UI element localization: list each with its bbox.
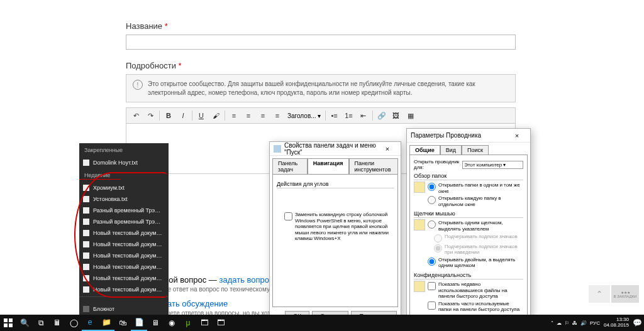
tray-volume-icon[interactable]: 🔊 <box>580 320 587 326</box>
link-button[interactable]: 🔗 <box>375 109 389 122</box>
ol-button[interactable]: 1≡ <box>342 109 356 122</box>
tray-network-icon[interactable]: 🖧 <box>572 320 577 326</box>
tab-taskbar[interactable]: Панель задач <box>272 158 308 174</box>
close-button[interactable]: × <box>378 143 397 155</box>
notepad-icon[interactable]: 📄 <box>131 315 147 331</box>
cortana-icon[interactable]: ◯ <box>65 315 82 331</box>
radio-same-window[interactable] <box>428 183 436 191</box>
jump-list-item[interactable]: Новый текстовый документ_1.txt <box>79 250 169 261</box>
radio-double-click-label: Открывать двойным, а выделять одним щелч… <box>438 257 523 269</box>
calculator-icon[interactable]: 🖩 <box>49 315 65 331</box>
privacy-warning-text: Это открытое сообщество. Для защиты ваше… <box>148 80 509 97</box>
details-label: Подробности * <box>126 61 516 70</box>
radio-underline-hover <box>434 244 442 252</box>
jump-list: Закрепленные Domolink Ноут.txt Недавние … <box>79 143 169 326</box>
strike-button[interactable]: 🖌 <box>209 109 223 122</box>
explorer-icon[interactable]: 📁 <box>98 315 114 331</box>
edge-icon[interactable]: e <box>82 315 98 331</box>
jump-list-recent-header: Недавние <box>79 168 169 182</box>
radio-separate-window[interactable] <box>428 196 436 204</box>
undo-button[interactable]: ↶ <box>129 109 143 122</box>
close-button[interactable]: × <box>508 130 526 141</box>
folder-icon <box>414 182 425 193</box>
align-center-button[interactable]: ≡ <box>242 109 255 122</box>
jump-list-item[interactable]: Устоновка.txt <box>79 193 169 205</box>
app-icon[interactable]: 🗔 <box>196 315 213 331</box>
powershell-checkbox[interactable] <box>284 212 292 220</box>
bookmark-widget[interactable]: ★★★В ЗАКЛАДКИ <box>611 285 639 303</box>
svg-rect-1 <box>9 318 13 322</box>
jump-list-item[interactable]: Новый текстовый документ_6.txt <box>79 227 169 239</box>
ul-button[interactable]: •≡ <box>328 109 341 122</box>
privacy-warning: ! Это открытое сообщество. Для защиты ва… <box>126 74 516 102</box>
tray-lang[interactable]: РУС <box>590 320 600 326</box>
title-input[interactable] <box>126 35 516 50</box>
torrent-icon[interactable]: μ <box>180 315 196 331</box>
redo-button[interactable]: ↷ <box>143 109 157 122</box>
tab-search[interactable]: Поиск <box>462 145 489 155</box>
tray-onedrive-icon[interactable]: ☁ <box>557 320 562 326</box>
group-click: Щелчки мышью <box>414 210 523 218</box>
radio-underline-ie-label: Подчеркивать подписи значков <box>445 234 518 240</box>
checkbox-recent-files[interactable] <box>428 282 436 290</box>
jump-list-item[interactable]: Новый текстовый документ (3).txt <box>79 273 169 284</box>
jump-list-item[interactable]: Новый текстовый документ (2)_1.t... <box>79 284 169 295</box>
jump-list-item[interactable]: Domolink Ноут.txt <box>79 157 169 168</box>
tab-toolbars[interactable]: Панели инструментов <box>349 158 398 174</box>
dialog-title: Свойства панели задач и меню "Пуск" <box>284 142 378 156</box>
info-icon: ! <box>133 80 143 90</box>
underline-button[interactable]: U <box>194 109 208 122</box>
system-tray: ˄ ☁ ⚐ 🖧 🔊 РУС <box>551 320 600 326</box>
align-right-button[interactable]: ≡ <box>256 109 270 122</box>
jump-list-item[interactable]: Новый текстовый документ_2.txt <box>79 239 169 250</box>
powershell-checkbox-label: Заменить командную строку оболочкой Wind… <box>295 212 394 242</box>
table-button[interactable]: ▦ <box>404 109 418 122</box>
powershell-checkbox-row[interactable]: Заменить командную строку оболочкой Wind… <box>277 211 394 242</box>
open-in-select[interactable]: Этот компьютер ▾ <box>462 161 523 169</box>
notifications-icon[interactable]: 💬 <box>633 315 641 331</box>
jump-list-app[interactable]: Блокнот <box>79 303 169 315</box>
tray-defender-icon[interactable]: ⚐ <box>565 320 569 326</box>
outdent-button[interactable]: ⇤ <box>357 109 370 122</box>
checkbox-frequent-folders[interactable] <box>428 301 436 310</box>
tray-up-icon[interactable]: ˄ <box>551 320 553 326</box>
tab-general[interactable]: Общие <box>409 145 440 155</box>
dialog-icon <box>274 145 281 153</box>
svg-rect-0 <box>4 318 8 322</box>
taskbar: 🔍 ⧉ 🖩 ◯ e 📁 🛍 📄 🖥 ◉ μ 🗔 🗔 ˄ ☁ ⚐ 🖧 🔊 РУС … <box>0 315 644 331</box>
jump-list-item[interactable]: Разный временный Трэш (2).txt <box>79 216 169 227</box>
align-left-button[interactable]: ≡ <box>227 109 241 122</box>
cursor-icon <box>414 219 425 231</box>
taskbar-clock[interactable]: 13:30 04.08.2015 <box>604 317 629 328</box>
control-panel-icon[interactable]: 🖥 <box>147 315 164 331</box>
bold-button[interactable]: B <box>162 109 175 122</box>
image-button[interactable]: 🖼 <box>389 109 403 122</box>
chrome-icon[interactable]: ◉ <box>164 315 180 331</box>
open-in-label: Открыть проводник для: <box>414 159 460 170</box>
ask-question-link[interactable]: задать вопрос <box>219 275 273 285</box>
group-privacy: Конфиденциальность <box>414 272 523 279</box>
store-icon[interactable]: 🛍 <box>114 315 131 331</box>
tab-view[interactable]: Вид <box>440 145 462 155</box>
search-icon[interactable]: 🔍 <box>16 315 33 331</box>
start-button[interactable] <box>0 315 16 331</box>
group-browse: Обзор папок <box>414 173 523 180</box>
radio-single-click[interactable] <box>428 220 436 229</box>
jump-list-item[interactable]: Новый текстовый документ (4).txt <box>79 261 169 273</box>
privacy-icon <box>414 281 425 292</box>
radio-double-click[interactable] <box>428 258 436 266</box>
dialog-title: Параметры Проводника <box>411 132 508 139</box>
italic-button[interactable]: I <box>176 109 190 122</box>
app-icon-2[interactable]: 🗔 <box>213 315 229 331</box>
format-dropdown[interactable]: Заголов... ▾ <box>285 112 323 119</box>
explorer-options-dialog: Параметры Проводника × Общие Вид Поиск О… <box>406 128 531 331</box>
tab-navigation[interactable]: Навигация <box>308 158 349 174</box>
jump-list-item[interactable]: Хромиум.txt <box>79 182 169 193</box>
task-view-icon[interactable]: ⧉ <box>33 315 49 331</box>
scroll-to-top-button[interactable]: ⌃ <box>589 285 610 303</box>
group-corner-actions: Действия для углов <box>277 181 394 188</box>
radio-same-window-label: Открывать папки в одном и том же окне <box>438 182 523 194</box>
align-justify-button[interactable]: ≡ <box>270 109 284 122</box>
taskbar-date: 04.08.2015 <box>604 323 629 328</box>
jump-list-item[interactable]: Разный временный Трэш.txt <box>79 205 169 216</box>
